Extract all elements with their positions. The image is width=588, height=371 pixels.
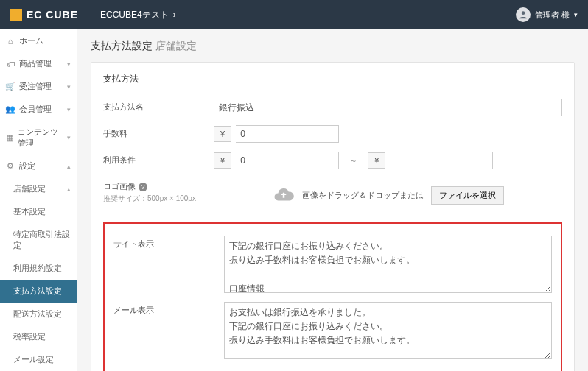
nav-agreement[interactable]: 利用規約設定 bbox=[0, 257, 77, 280]
tag-icon: 🏷 bbox=[6, 60, 15, 68]
nav-content[interactable]: ▦コンテンツ管理▾ bbox=[0, 121, 77, 155]
chevron-down-icon: ▾ bbox=[67, 60, 71, 68]
name-input[interactable] bbox=[214, 99, 562, 116]
logo-label: ロゴ画像? 推奨サイズ：500px × 100px bbox=[103, 178, 214, 204]
avatar-icon bbox=[516, 7, 531, 22]
cloud-upload-icon bbox=[273, 184, 295, 206]
help-icon[interactable]: ? bbox=[139, 183, 147, 191]
user-name: 管理者 様 bbox=[535, 10, 570, 21]
logo-cube-icon bbox=[10, 9, 22, 21]
cond-from-input[interactable] bbox=[236, 152, 339, 169]
nav-home[interactable]: ⌂ホーム bbox=[0, 29, 77, 52]
range-tilde: ～ bbox=[343, 155, 363, 166]
topbar: EC CUBE ECCUBE4テスト › 管理者 様 ▾ bbox=[0, 0, 588, 29]
upload-area[interactable]: 画像をドラッグ＆ドロップまたは ファイルを選択 bbox=[273, 178, 504, 212]
user-menu[interactable]: 管理者 様 ▾ bbox=[516, 7, 578, 22]
gear-icon: ⚙ bbox=[6, 161, 15, 171]
yen-prefix: ¥ bbox=[214, 126, 231, 142]
nav-product[interactable]: 🏷商品管理▾ bbox=[0, 52, 77, 75]
logo-hint: 推奨サイズ：500px × 100px bbox=[103, 194, 214, 204]
nav-tax[interactable]: 税率設定 bbox=[0, 325, 77, 348]
sidebar: ⌂ホーム 🏷商品管理▾ 🛒受注管理▾ 👥会員管理▾ ▦コンテンツ管理▾ ⚙設定▴… bbox=[0, 29, 77, 371]
nav-shop-setting[interactable]: 店舗設定▴ bbox=[0, 177, 77, 200]
site-display-label: サイト表示 bbox=[113, 236, 224, 250]
chevron-down-icon: ▾ bbox=[574, 11, 578, 18]
chevron-down-icon: ▾ bbox=[67, 134, 71, 141]
fee-label: 手数料 bbox=[103, 125, 214, 139]
home-icon: ⌂ bbox=[6, 37, 15, 46]
mail-display-label: メール表示 bbox=[113, 302, 224, 316]
chevron-down-icon: ▾ bbox=[67, 83, 71, 91]
logo[interactable]: EC CUBE bbox=[10, 9, 78, 21]
payment-card: 支払方法 支払方法名 手数料 ¥ 利用条件 ¥ ～ ¥ bbox=[91, 62, 575, 371]
name-label: 支払方法名 bbox=[103, 99, 214, 113]
logo-text: EC CUBE bbox=[27, 9, 78, 21]
upload-text: 画像をドラッグ＆ドロップまたは bbox=[302, 190, 424, 201]
main-content: 支払方法設定 店舗設定 支払方法 支払方法名 手数料 ¥ 利用条件 ¥ bbox=[77, 29, 588, 371]
nav-payment[interactable]: 支払方法設定 bbox=[0, 280, 77, 303]
highlighted-section: サイト表示 メール表示 bbox=[103, 222, 562, 371]
nav-tradelaw[interactable]: 特定商取引法設定 bbox=[0, 223, 77, 257]
nav-setting[interactable]: ⚙設定▴ bbox=[0, 155, 77, 177]
nav-mail[interactable]: メール設定 bbox=[0, 348, 77, 371]
site-switcher[interactable]: ECCUBE4テスト › bbox=[100, 9, 176, 21]
chevron-up-icon: ▴ bbox=[67, 163, 71, 170]
site-display-textarea[interactable] bbox=[224, 236, 552, 293]
card-heading: 支払方法 bbox=[103, 73, 562, 85]
mail-display-textarea[interactable] bbox=[224, 302, 552, 359]
file-select-button[interactable]: ファイルを選択 bbox=[431, 186, 504, 205]
svg-point-0 bbox=[522, 11, 525, 15]
cond-label: 利用条件 bbox=[103, 152, 214, 166]
fee-input[interactable] bbox=[236, 125, 339, 143]
yen-prefix: ¥ bbox=[214, 152, 231, 169]
layout-icon: ▦ bbox=[6, 133, 13, 143]
site-name: ECCUBE4テスト bbox=[100, 9, 169, 21]
chevron-up-icon: ▴ bbox=[67, 186, 71, 193]
cart-icon: 🛒 bbox=[6, 82, 15, 91]
chevron-right-icon: › bbox=[173, 10, 176, 20]
nav-delivery[interactable]: 配送方法設定 bbox=[0, 303, 77, 325]
users-icon: 👥 bbox=[6, 105, 15, 114]
chevron-down-icon: ▾ bbox=[67, 106, 71, 113]
nav-order[interactable]: 🛒受注管理▾ bbox=[0, 75, 77, 98]
page-title: 支払方法設定 店舗設定 bbox=[91, 40, 575, 53]
nav-member[interactable]: 👥会員管理▾ bbox=[0, 98, 77, 121]
yen-prefix: ¥ bbox=[368, 152, 385, 169]
nav-basic[interactable]: 基本設定 bbox=[0, 200, 77, 223]
cond-to-input[interactable] bbox=[390, 152, 493, 169]
